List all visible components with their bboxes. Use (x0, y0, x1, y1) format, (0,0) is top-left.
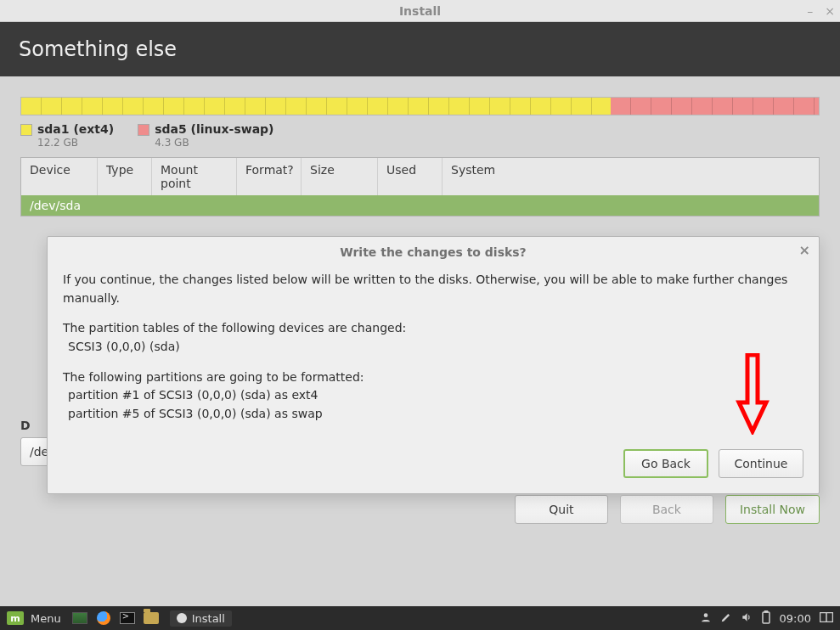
partition-table-header: Device Type Mount point Format? Size Use… (21, 158, 819, 195)
taskbar-task-install[interactable]: Install (170, 610, 232, 627)
back-button[interactable]: Back (620, 495, 713, 524)
window-title: Install (399, 4, 441, 18)
install-now-button[interactable]: Install Now (725, 495, 820, 524)
dialog-body: If you continue, the changes listed belo… (48, 266, 819, 441)
system-tray: 09:00 (700, 610, 833, 627)
back-button-label: Back (652, 503, 681, 516)
cell-device: /dev/sda (30, 199, 81, 212)
mint-logo-icon[interactable]: m (7, 611, 24, 625)
install-now-button-label: Install Now (740, 503, 805, 516)
firefox-icon[interactable] (95, 610, 112, 626)
clock[interactable]: 09:00 (780, 612, 811, 625)
pen-icon[interactable] (720, 611, 732, 626)
disc-icon (177, 613, 187, 623)
legend-item: sda5 (linux-swap)4.3 GB (138, 122, 273, 149)
col-device[interactable]: Device (21, 158, 98, 195)
legend-size: 4.3 GB (155, 137, 273, 149)
legend-name: sda5 (linux-swap) (155, 122, 273, 137)
col-used[interactable]: Used (378, 158, 443, 195)
page-title: Something else (19, 37, 177, 61)
col-type[interactable]: Type (98, 158, 152, 195)
files-icon[interactable] (143, 610, 160, 626)
col-format[interactable]: Format? (237, 158, 302, 195)
continue-button-label: Continue (735, 457, 788, 470)
table-row[interactable]: /dev/sda (21, 195, 819, 216)
legend-swatch-icon (20, 124, 32, 136)
go-back-button-label: Go Back (641, 457, 691, 470)
minimize-icon[interactable]: – (807, 4, 813, 18)
go-back-button[interactable]: Go Back (623, 449, 708, 478)
col-size[interactable]: Size (302, 158, 378, 195)
fmt-heading: The following partitions are going to be… (63, 370, 364, 384)
partition-legend: sda1 (ext4)12.2 GBsda5 (linux-swap)4.3 G… (20, 122, 820, 149)
show-desktop-icon[interactable] (71, 610, 88, 626)
volume-icon[interactable] (741, 611, 753, 626)
partition-table: Device Type Mount point Format? Size Use… (20, 157, 820, 217)
page-header: Something else (0, 22, 840, 76)
dialog-title: Write the changes to disks? (340, 245, 527, 259)
task-label: Install (192, 612, 225, 625)
workspace-switcher-icon[interactable] (820, 612, 833, 625)
col-system[interactable]: System (443, 158, 819, 195)
continue-button[interactable]: Continue (719, 449, 803, 478)
svg-rect-1 (763, 612, 770, 623)
fmt-item: partition #5 of SCSI3 (0,0,0) (sda) as s… (63, 407, 323, 420)
usage-segment (611, 98, 819, 115)
fmt-item: partition #1 of SCSI3 (0,0,0) (sda) as e… (63, 388, 318, 402)
legend-swatch-icon (138, 124, 149, 136)
legend-size: 12.2 GB (37, 137, 114, 149)
col-mount[interactable]: Mount point (152, 158, 237, 195)
close-icon[interactable]: × (825, 4, 835, 18)
quit-button[interactable]: Quit (515, 495, 608, 524)
battery-icon[interactable] (761, 610, 771, 627)
pt-heading: The partition tables of the following de… (63, 321, 406, 335)
dialog-intro: If you continue, the changes listed belo… (63, 271, 803, 307)
svg-rect-2 (764, 610, 767, 612)
user-icon[interactable] (700, 611, 712, 626)
usage-segment (21, 98, 611, 115)
legend-name: sda1 (ext4) (37, 122, 114, 137)
quit-button-label: Quit (549, 503, 573, 516)
legend-item: sda1 (ext4)12.2 GB (20, 122, 114, 149)
terminal-icon[interactable] (119, 610, 136, 626)
menu-button[interactable]: Menu (31, 612, 61, 625)
taskbar: m Menu Install 09:00 (0, 606, 840, 630)
window-titlebar: Install – × (0, 0, 840, 22)
confirm-write-dialog: Write the changes to disks? × If you con… (47, 236, 820, 494)
svg-point-0 (703, 613, 708, 617)
disk-usage-bar (20, 97, 820, 115)
pt-item: SCSI3 (0,0,0) (sda) (63, 340, 180, 353)
dialog-close-icon[interactable]: × (799, 244, 810, 257)
